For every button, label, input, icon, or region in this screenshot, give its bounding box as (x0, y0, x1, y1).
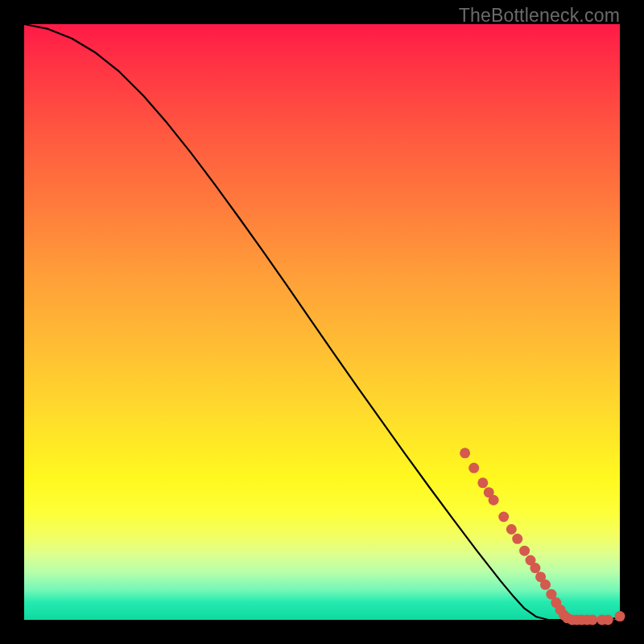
data-marker (512, 534, 522, 544)
data-marker (477, 477, 488, 488)
chart-overlay (24, 24, 620, 620)
data-marker (519, 546, 530, 556)
data-markers (460, 448, 625, 625)
chart-frame: TheBottleneck.com (0, 0, 644, 644)
data-marker (587, 615, 597, 625)
data-marker (615, 611, 625, 621)
watermark-text: TheBottleneck.com (459, 5, 620, 27)
data-marker (603, 615, 613, 625)
data-marker (489, 495, 499, 506)
data-marker (498, 511, 509, 522)
data-marker (506, 524, 517, 535)
plot-area (24, 24, 620, 620)
data-marker (469, 463, 479, 473)
curve-line (24, 24, 620, 620)
data-marker (530, 563, 540, 573)
data-marker (540, 580, 551, 590)
data-marker (460, 448, 470, 458)
